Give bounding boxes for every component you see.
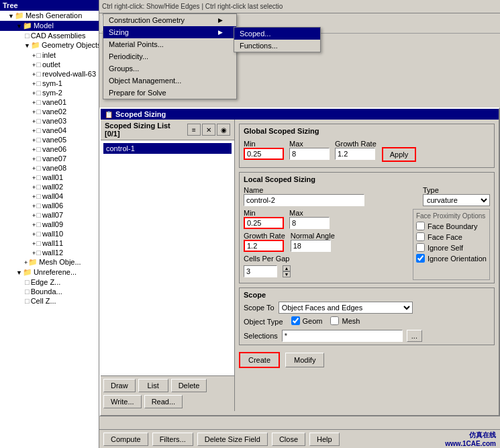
submenu-functions[interactable]: Functions... xyxy=(234,40,320,52)
tree-vane08[interactable]: +□vane08 xyxy=(0,163,99,173)
filters-button[interactable]: Filters... xyxy=(152,433,193,446)
tree-geometry-objects[interactable]: ▼📁Geometry Objects xyxy=(0,40,99,50)
menu-item-sizing[interactable]: Sizing ▶ xyxy=(103,26,236,38)
menu-item-object-mgmt[interactable]: Object Management... xyxy=(103,75,236,87)
submenu-arrow-icon: ▶ xyxy=(218,17,223,24)
face-face-checkbox[interactable] xyxy=(416,232,425,241)
normal-angle-label: Normal Angle xyxy=(291,232,335,240)
menu-item-construction[interactable]: Construction Geometry ▶ xyxy=(103,14,236,26)
tree-wall12[interactable]: +□wall12 xyxy=(0,248,99,257)
local-min-label: Min xyxy=(244,209,284,217)
dialog-icon: 📋 xyxy=(105,111,113,118)
selections-dots-btn[interactable]: ... xyxy=(407,330,422,342)
menu-item-periodicity[interactable]: Periodicity... xyxy=(103,50,236,62)
global-gr-label: Growth Rate xyxy=(335,140,377,148)
action-row: Create Modify xyxy=(239,349,495,371)
tree-wall10[interactable]: +□wall10 xyxy=(0,229,99,238)
list-button[interactable]: List xyxy=(138,379,168,392)
global-section-content: Global Scoped Sizing Min Max Growth Rate xyxy=(240,124,494,167)
cpg-spinner: ▲ ▼ xyxy=(283,265,291,277)
tree-vane04[interactable]: +□vane04 xyxy=(0,126,99,135)
normal-angle-input[interactable] xyxy=(291,240,331,252)
type-select[interactable]: curvature proximity fixed xyxy=(423,194,490,206)
tree-vane01[interactable]: +□vane01 xyxy=(0,97,99,107)
tree-wall11[interactable]: +□wall11 xyxy=(0,238,99,248)
tree-revolved-wall[interactable]: +□revolved-wall-63 xyxy=(0,69,99,79)
tree-vane02[interactable]: +□vane02 xyxy=(0,107,99,116)
apply-button[interactable]: Apply xyxy=(382,147,417,162)
local-gr-input[interactable] xyxy=(244,240,284,252)
local-max-input[interactable] xyxy=(289,217,330,229)
name-type-row: Name Type curvature proximity fixed xyxy=(244,186,490,206)
geom-checkbox[interactable] xyxy=(291,316,300,325)
name-input[interactable] xyxy=(244,194,364,206)
local-section-content: Local Scoped Sizing Name Type curvature … xyxy=(240,173,494,283)
watermark: 仿真在线 www.1CAE.com xyxy=(445,431,496,448)
ignore-self-checkbox[interactable] xyxy=(416,243,425,252)
tree-unreference[interactable]: ▼📁Unreferene... xyxy=(0,267,99,277)
draw-button[interactable]: Draw xyxy=(103,379,136,392)
submenu-scoped[interactable]: Scoped... xyxy=(234,28,320,40)
tree-vane05[interactable]: +□vane05 xyxy=(0,135,99,144)
cpg-input[interactable] xyxy=(244,265,277,277)
menu-item-groups[interactable]: Groups... xyxy=(103,62,236,75)
cpg-down-arrow[interactable]: ▼ xyxy=(283,271,291,277)
tree-mesh-obje[interactable]: +📁Mesh Obje... xyxy=(0,257,99,267)
list-clear-btn[interactable]: ✕ xyxy=(202,124,215,136)
help-button[interactable]: Help xyxy=(309,433,340,446)
cpg-label: Cells Per Gap xyxy=(244,255,289,263)
global-max-label: Max xyxy=(289,140,330,148)
tree-inlet[interactable]: +□inlet xyxy=(0,50,99,60)
ignore-orientation-checkbox[interactable] xyxy=(416,254,425,263)
selections-input[interactable] xyxy=(282,330,403,342)
tree-outlet[interactable]: +□outlet xyxy=(0,60,99,69)
tree-wall09[interactable]: +□wall09 xyxy=(0,220,99,229)
global-min-input[interactable] xyxy=(244,148,284,160)
ignore-self-label: Ignore Self xyxy=(428,244,463,252)
tree-sym1[interactable]: +□sym-1 xyxy=(0,79,99,88)
scope-to-select[interactable]: Object Faces and Edges Object Faces Obje… xyxy=(279,302,413,314)
cpg-up-arrow[interactable]: ▲ xyxy=(283,265,291,271)
global-gr-input[interactable] xyxy=(335,148,375,160)
close-button[interactable]: Close xyxy=(272,433,305,446)
tree-wall02[interactable]: +□wall02 xyxy=(0,182,99,191)
tree-cad-assemblies[interactable]: □CAD Assemblies xyxy=(0,31,99,40)
local-max-label: Max xyxy=(289,209,330,217)
tree-vane03[interactable]: +□vane03 xyxy=(0,116,99,126)
mesh-checkbox[interactable] xyxy=(330,316,339,325)
face-proximity-panel: Face Proximity Options Face Boundary Fac… xyxy=(413,209,490,280)
props-panel: Global Scoped Sizing Min Max Growth Rate xyxy=(235,120,499,411)
tree-mesh-generation[interactable]: ▼📁Mesh Generation xyxy=(0,11,99,21)
scope-section-content: Scope Scope To Object Faces and Edges Ob… xyxy=(240,288,494,345)
list-item-control1[interactable]: control-1 xyxy=(103,143,232,154)
tree-wall01[interactable]: +□wall01 xyxy=(0,173,99,182)
tree-wall07[interactable]: +□wall07 xyxy=(0,210,99,220)
list-panel: Scoped Sizing List [0/1] ≡ ✕ ◉ control-1… xyxy=(101,120,235,411)
tree-sym2[interactable]: +□sym-2 xyxy=(0,88,99,97)
list-radio-btn[interactable]: ◉ xyxy=(217,124,230,136)
tree-vane07[interactable]: +□vane07 xyxy=(0,154,99,163)
list-filter-btn[interactable]: ≡ xyxy=(187,124,201,136)
tree-boundary[interactable]: □Bounda... xyxy=(0,287,99,296)
compute-button[interactable]: Compute xyxy=(103,433,148,446)
face-boundary-checkbox[interactable] xyxy=(416,222,425,230)
tree-vane06[interactable]: +□vane06 xyxy=(0,144,99,154)
tree-wall06[interactable]: +□wall06 xyxy=(0,201,99,210)
modify-button[interactable]: Modify xyxy=(285,353,324,367)
menu-item-prepare[interactable]: Prepare for Solve xyxy=(103,87,236,99)
read-button[interactable]: Read... xyxy=(144,395,183,408)
create-button[interactable]: Create xyxy=(239,352,280,368)
scope-to-label: Scope To xyxy=(244,304,274,312)
write-button[interactable]: Write... xyxy=(103,395,142,408)
tree-wall04[interactable]: +□wall04 xyxy=(0,191,99,201)
menu-item-material[interactable]: Material Points... xyxy=(103,38,236,50)
face-face-label: Face Face xyxy=(428,233,462,241)
tree-edge-z[interactable]: □Edge Z... xyxy=(0,277,99,287)
local-min-input[interactable] xyxy=(244,217,284,229)
delete-button[interactable]: Delete xyxy=(171,379,207,392)
face-boundary-label: Face Boundary xyxy=(428,222,478,230)
delete-size-field-button[interactable]: Delete Size Field xyxy=(197,433,268,446)
tree-cell-z[interactable]: □Cell Z... xyxy=(0,296,99,306)
global-max-input[interactable] xyxy=(289,148,330,160)
tree-model[interactable]: ▼📁Model xyxy=(0,21,99,31)
